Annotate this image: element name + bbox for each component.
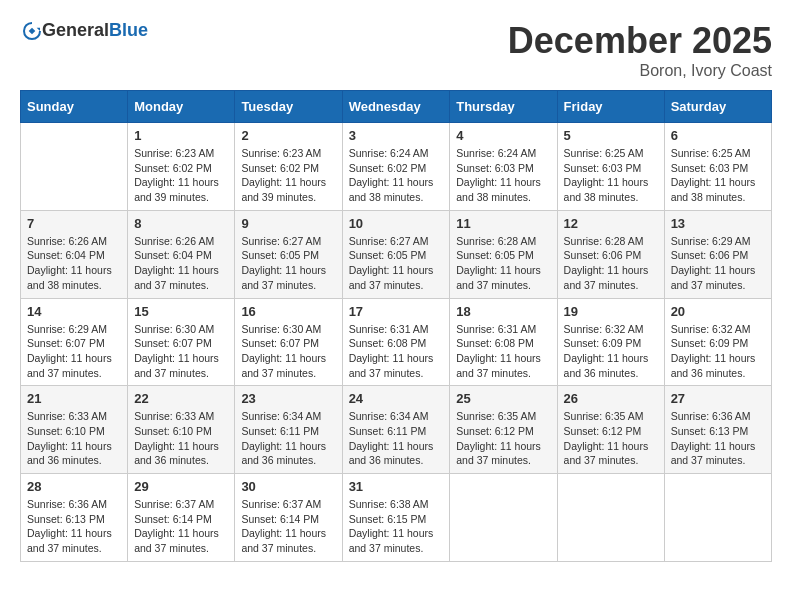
day-info: Sunrise: 6:36 AM Sunset: 6:13 PM Dayligh…: [27, 497, 121, 556]
day-info: Sunrise: 6:30 AM Sunset: 6:07 PM Dayligh…: [134, 322, 228, 381]
day-number: 10: [349, 216, 444, 231]
calendar-cell: 29Sunrise: 6:37 AM Sunset: 6:14 PM Dayli…: [128, 474, 235, 562]
day-number: 19: [564, 304, 658, 319]
day-info: Sunrise: 6:35 AM Sunset: 6:12 PM Dayligh…: [456, 409, 550, 468]
calendar-cell: 7Sunrise: 6:26 AM Sunset: 6:04 PM Daylig…: [21, 210, 128, 298]
calendar-week-row: 7Sunrise: 6:26 AM Sunset: 6:04 PM Daylig…: [21, 210, 772, 298]
day-number: 24: [349, 391, 444, 406]
day-number: 27: [671, 391, 765, 406]
day-of-week-header: Saturday: [664, 91, 771, 123]
calendar-cell: 15Sunrise: 6:30 AM Sunset: 6:07 PM Dayli…: [128, 298, 235, 386]
day-info: Sunrise: 6:28 AM Sunset: 6:06 PM Dayligh…: [564, 234, 658, 293]
day-info: Sunrise: 6:31 AM Sunset: 6:08 PM Dayligh…: [456, 322, 550, 381]
day-info: Sunrise: 6:33 AM Sunset: 6:10 PM Dayligh…: [27, 409, 121, 468]
day-of-week-header: Monday: [128, 91, 235, 123]
calendar-cell: 17Sunrise: 6:31 AM Sunset: 6:08 PM Dayli…: [342, 298, 450, 386]
day-number: 5: [564, 128, 658, 143]
day-number: 9: [241, 216, 335, 231]
day-number: 28: [27, 479, 121, 494]
calendar-cell: 31Sunrise: 6:38 AM Sunset: 6:15 PM Dayli…: [342, 474, 450, 562]
page-header: GeneralBlue December 2025 Boron, Ivory C…: [20, 20, 772, 80]
calendar-cell: 16Sunrise: 6:30 AM Sunset: 6:07 PM Dayli…: [235, 298, 342, 386]
day-info: Sunrise: 6:34 AM Sunset: 6:11 PM Dayligh…: [241, 409, 335, 468]
day-number: 26: [564, 391, 658, 406]
calendar-cell: [664, 474, 771, 562]
day-info: Sunrise: 6:30 AM Sunset: 6:07 PM Dayligh…: [241, 322, 335, 381]
calendar-cell: 11Sunrise: 6:28 AM Sunset: 6:05 PM Dayli…: [450, 210, 557, 298]
calendar-cell: [21, 123, 128, 211]
day-info: Sunrise: 6:36 AM Sunset: 6:13 PM Dayligh…: [671, 409, 765, 468]
day-info: Sunrise: 6:26 AM Sunset: 6:04 PM Dayligh…: [134, 234, 228, 293]
day-info: Sunrise: 6:29 AM Sunset: 6:06 PM Dayligh…: [671, 234, 765, 293]
day-info: Sunrise: 6:29 AM Sunset: 6:07 PM Dayligh…: [27, 322, 121, 381]
day-info: Sunrise: 6:24 AM Sunset: 6:02 PM Dayligh…: [349, 146, 444, 205]
day-number: 21: [27, 391, 121, 406]
day-number: 11: [456, 216, 550, 231]
day-number: 6: [671, 128, 765, 143]
day-number: 13: [671, 216, 765, 231]
day-number: 25: [456, 391, 550, 406]
day-number: 14: [27, 304, 121, 319]
calendar-cell: 5Sunrise: 6:25 AM Sunset: 6:03 PM Daylig…: [557, 123, 664, 211]
day-info: Sunrise: 6:37 AM Sunset: 6:14 PM Dayligh…: [241, 497, 335, 556]
logo-general: General: [42, 20, 109, 40]
calendar-cell: [450, 474, 557, 562]
day-number: 16: [241, 304, 335, 319]
calendar-cell: 6Sunrise: 6:25 AM Sunset: 6:03 PM Daylig…: [664, 123, 771, 211]
calendar-cell: 3Sunrise: 6:24 AM Sunset: 6:02 PM Daylig…: [342, 123, 450, 211]
day-number: 8: [134, 216, 228, 231]
day-number: 7: [27, 216, 121, 231]
calendar-cell: 8Sunrise: 6:26 AM Sunset: 6:04 PM Daylig…: [128, 210, 235, 298]
day-info: Sunrise: 6:32 AM Sunset: 6:09 PM Dayligh…: [564, 322, 658, 381]
calendar-cell: [557, 474, 664, 562]
calendar-cell: 12Sunrise: 6:28 AM Sunset: 6:06 PM Dayli…: [557, 210, 664, 298]
day-info: Sunrise: 6:35 AM Sunset: 6:12 PM Dayligh…: [564, 409, 658, 468]
day-info: Sunrise: 6:23 AM Sunset: 6:02 PM Dayligh…: [134, 146, 228, 205]
logo-blue: Blue: [109, 20, 148, 40]
day-number: 15: [134, 304, 228, 319]
day-info: Sunrise: 6:26 AM Sunset: 6:04 PM Dayligh…: [27, 234, 121, 293]
calendar-cell: 19Sunrise: 6:32 AM Sunset: 6:09 PM Dayli…: [557, 298, 664, 386]
day-of-week-header: Sunday: [21, 91, 128, 123]
calendar-cell: 25Sunrise: 6:35 AM Sunset: 6:12 PM Dayli…: [450, 386, 557, 474]
calendar-cell: 27Sunrise: 6:36 AM Sunset: 6:13 PM Dayli…: [664, 386, 771, 474]
calendar-cell: 9Sunrise: 6:27 AM Sunset: 6:05 PM Daylig…: [235, 210, 342, 298]
day-number: 20: [671, 304, 765, 319]
location-title: Boron, Ivory Coast: [508, 62, 772, 80]
calendar-cell: 24Sunrise: 6:34 AM Sunset: 6:11 PM Dayli…: [342, 386, 450, 474]
day-info: Sunrise: 6:37 AM Sunset: 6:14 PM Dayligh…: [134, 497, 228, 556]
calendar-cell: 14Sunrise: 6:29 AM Sunset: 6:07 PM Dayli…: [21, 298, 128, 386]
calendar-cell: 26Sunrise: 6:35 AM Sunset: 6:12 PM Dayli…: [557, 386, 664, 474]
day-number: 2: [241, 128, 335, 143]
day-number: 22: [134, 391, 228, 406]
day-number: 12: [564, 216, 658, 231]
day-number: 18: [456, 304, 550, 319]
day-info: Sunrise: 6:34 AM Sunset: 6:11 PM Dayligh…: [349, 409, 444, 468]
calendar-cell: 28Sunrise: 6:36 AM Sunset: 6:13 PM Dayli…: [21, 474, 128, 562]
calendar-cell: 30Sunrise: 6:37 AM Sunset: 6:14 PM Dayli…: [235, 474, 342, 562]
day-number: 3: [349, 128, 444, 143]
day-number: 31: [349, 479, 444, 494]
day-info: Sunrise: 6:24 AM Sunset: 6:03 PM Dayligh…: [456, 146, 550, 205]
day-of-week-header: Friday: [557, 91, 664, 123]
month-title: December 2025: [508, 20, 772, 62]
calendar-cell: 2Sunrise: 6:23 AM Sunset: 6:02 PM Daylig…: [235, 123, 342, 211]
day-info: Sunrise: 6:32 AM Sunset: 6:09 PM Dayligh…: [671, 322, 765, 381]
calendar-cell: 13Sunrise: 6:29 AM Sunset: 6:06 PM Dayli…: [664, 210, 771, 298]
calendar-week-row: 21Sunrise: 6:33 AM Sunset: 6:10 PM Dayli…: [21, 386, 772, 474]
day-of-week-header: Thursday: [450, 91, 557, 123]
calendar-table: SundayMondayTuesdayWednesdayThursdayFrid…: [20, 90, 772, 562]
calendar-week-row: 14Sunrise: 6:29 AM Sunset: 6:07 PM Dayli…: [21, 298, 772, 386]
day-info: Sunrise: 6:33 AM Sunset: 6:10 PM Dayligh…: [134, 409, 228, 468]
day-info: Sunrise: 6:27 AM Sunset: 6:05 PM Dayligh…: [349, 234, 444, 293]
day-number: 30: [241, 479, 335, 494]
day-info: Sunrise: 6:31 AM Sunset: 6:08 PM Dayligh…: [349, 322, 444, 381]
calendar-cell: 4Sunrise: 6:24 AM Sunset: 6:03 PM Daylig…: [450, 123, 557, 211]
calendar-week-row: 28Sunrise: 6:36 AM Sunset: 6:13 PM Dayli…: [21, 474, 772, 562]
day-info: Sunrise: 6:25 AM Sunset: 6:03 PM Dayligh…: [564, 146, 658, 205]
logo: GeneralBlue: [20, 20, 148, 41]
title-area: December 2025 Boron, Ivory Coast: [508, 20, 772, 80]
calendar-cell: 22Sunrise: 6:33 AM Sunset: 6:10 PM Dayli…: [128, 386, 235, 474]
day-of-week-header: Wednesday: [342, 91, 450, 123]
calendar-cell: 18Sunrise: 6:31 AM Sunset: 6:08 PM Dayli…: [450, 298, 557, 386]
